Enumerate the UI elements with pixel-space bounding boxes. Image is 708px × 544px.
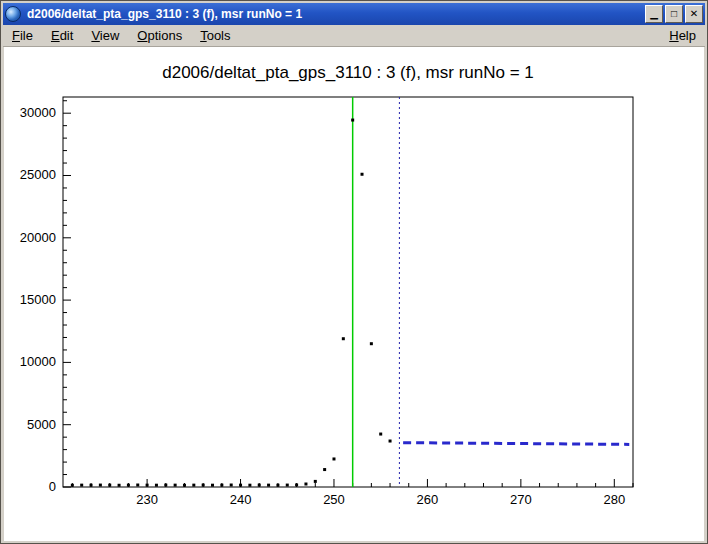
histogram-marker: [136, 484, 139, 487]
plot-canvas[interactable]: 2302402502602702800500010000150002000025…: [4, 47, 704, 541]
histogram-marker: [71, 484, 74, 487]
maximize-button[interactable]: □: [665, 5, 683, 23]
window-title: d2006/deltat_pta_gps_3110 : 3 (f), msr r…: [27, 7, 643, 21]
histogram-marker: [267, 484, 270, 487]
histogram-marker: [370, 342, 373, 345]
histogram-marker: [304, 483, 307, 486]
menu-item-file[interactable]: File: [3, 26, 42, 45]
histogram-marker: [183, 484, 186, 487]
y-tick-label: 0: [49, 479, 56, 494]
histogram-marker: [361, 173, 364, 176]
histogram-marker: [202, 484, 205, 487]
histogram-marker: [323, 468, 326, 471]
chart-title-group: d2006/deltat_pta_gps_3110 : 3 (f), msr r…: [162, 63, 534, 82]
y-tick-label: 10000: [20, 354, 56, 369]
x-tick-label: 250: [323, 492, 345, 507]
close-button[interactable]: ✕: [685, 5, 703, 23]
minimize-button[interactable]: ▁: [645, 5, 663, 23]
histogram-marker: [155, 484, 158, 487]
menu-item-edit[interactable]: Edit: [42, 26, 82, 45]
background-line: [403, 443, 629, 445]
y-tick-label: 5000: [27, 417, 56, 432]
histogram-marker: [295, 483, 298, 486]
histogram-marker: [286, 484, 289, 487]
x-tick-label: 240: [230, 492, 252, 507]
histogram-marker: [276, 484, 279, 487]
histogram-marker: [80, 484, 83, 487]
plot-frame: [63, 97, 633, 487]
x-tick-label: 280: [603, 492, 625, 507]
menu-bar: FileEditViewOptionsTools Help: [3, 25, 705, 47]
app-window: d2006/deltat_pta_gps_3110 : 3 (f), msr r…: [0, 0, 708, 544]
histogram-marker: [342, 337, 345, 340]
title-bar[interactable]: d2006/deltat_pta_gps_3110 : 3 (f), msr r…: [3, 3, 705, 25]
plot-pad[interactable]: 2302402502602702800500010000150002000025…: [4, 47, 704, 541]
histogram-marker: [211, 484, 214, 487]
histogram-marker: [220, 484, 223, 487]
menu-item-options[interactable]: Options: [128, 26, 191, 45]
histogram-marker: [248, 484, 251, 487]
histogram-marker: [146, 484, 149, 487]
series-background-level: [403, 443, 629, 445]
chart-title: d2006/deltat_pta_gps_3110 : 3 (f), msr r…: [162, 63, 534, 82]
series-histogram-data: [71, 119, 392, 487]
x-tick-label: 270: [510, 492, 532, 507]
menu-item-help[interactable]: Help: [660, 26, 705, 45]
x-tick-label: 260: [417, 492, 439, 507]
histogram-marker: [99, 484, 102, 487]
histogram-marker: [258, 484, 261, 487]
histogram-marker: [389, 440, 392, 443]
histogram-marker: [230, 484, 233, 487]
histogram-marker: [90, 484, 93, 487]
minimize-icon: ▁: [650, 9, 658, 19]
y-tick-label: 25000: [20, 167, 56, 182]
maximize-icon: □: [671, 9, 677, 19]
menu-item-view[interactable]: View: [82, 26, 128, 45]
menu-bar-help: Help: [660, 26, 705, 45]
menu-item-tools[interactable]: Tools: [191, 26, 239, 45]
menu-bar-items: FileEditViewOptionsTools: [3, 26, 240, 45]
y-tick-label: 15000: [20, 292, 56, 307]
histogram-marker: [239, 484, 242, 487]
y-axis-minor-ticks: [63, 101, 67, 475]
close-icon: ✕: [690, 9, 698, 19]
y-tick-label: 30000: [20, 105, 56, 120]
histogram-marker: [174, 484, 177, 487]
annotation-lines: [353, 97, 400, 487]
histogram-marker: [314, 480, 317, 483]
histogram-marker: [164, 484, 167, 487]
histogram-marker: [379, 433, 382, 436]
histogram-marker: [192, 484, 195, 487]
histogram-marker: [108, 484, 111, 487]
histogram-marker: [127, 484, 130, 487]
y-tick-label: 20000: [20, 230, 56, 245]
x-axis: 230240250260270280: [136, 479, 625, 507]
app-icon[interactable]: [5, 6, 21, 22]
histogram-marker: [332, 457, 335, 460]
histogram-marker: [351, 119, 354, 122]
histogram-marker: [118, 484, 121, 487]
x-tick-label: 230: [136, 492, 158, 507]
